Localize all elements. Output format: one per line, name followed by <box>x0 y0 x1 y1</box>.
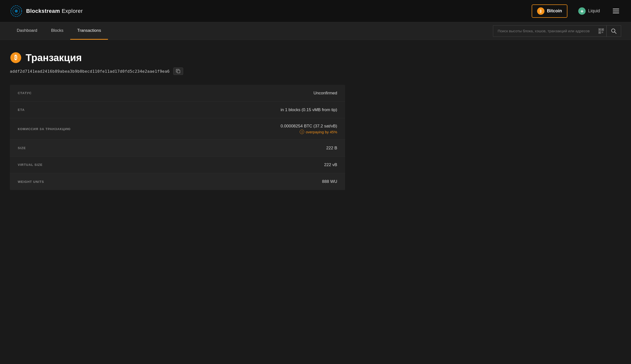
svg-rect-6 <box>602 29 603 30</box>
label-fee: КОМИССИЯ ЗА ТРАНЗАКЦИЮ <box>18 127 72 131</box>
svg-text:₿: ₿ <box>14 54 17 61</box>
label-status: СТАТУС <box>18 91 72 95</box>
blockstream-logo-icon <box>10 5 23 18</box>
main-content: ₿ Транзакция addf2d7141ead2416b89abea3b9… <box>0 40 355 200</box>
value-eta: in 1 blocks (0.15 vMB from tip) <box>280 108 337 112</box>
label-size: SIZE <box>18 146 72 150</box>
bitcoin-icon: ₿ <box>537 8 544 15</box>
value-status: Unconfirmed <box>314 91 337 96</box>
transaction-hash: addf2d7141ead2416b89abea3b9b0becd110fe11… <box>10 69 170 74</box>
search-area <box>493 26 621 37</box>
hamburger-line-1 <box>613 9 619 9</box>
value-size: 222 B <box>326 146 337 150</box>
table-row: SIZE 222 B <box>10 140 345 156</box>
label-weight-units: WEIGHT UNITS <box>18 180 72 184</box>
info-table: СТАТУС Unconfirmed ETA in 1 blocks (0.15… <box>10 85 345 190</box>
qr-scan-button[interactable] <box>598 28 604 34</box>
bitcoin-page-icon: ₿ <box>10 52 22 64</box>
bitcoin-label: Bitcoin <box>547 8 562 14</box>
svg-rect-13 <box>602 32 603 32</box>
table-row: КОМИССИЯ ЗА ТРАНЗАКЦИЮ 0.00008254 BTC (3… <box>10 118 345 140</box>
logo-area: Blockstream Explorer <box>10 5 83 18</box>
overpaying-notice: i overpaying by 45% <box>300 130 337 134</box>
search-input-wrap <box>493 26 606 37</box>
tab-transactions[interactable]: Transactions <box>70 22 108 40</box>
search-button[interactable] <box>606 26 621 37</box>
table-row: VIRTUAL SIZE 222 vB <box>10 156 345 173</box>
liquid-label: Liquid <box>588 8 600 14</box>
table-row: WEIGHT UNITS 888 WU <box>10 173 345 190</box>
page-title: Транзакция <box>26 52 82 63</box>
svg-point-2 <box>15 10 18 12</box>
qr-icon <box>598 28 604 34</box>
tab-blocks[interactable]: Blocks <box>44 22 70 40</box>
tx-hash-row: addf2d7141ead2416b89abea3b9b0becd110fe11… <box>10 68 345 75</box>
table-row: СТАТУС Unconfirmed <box>10 85 345 102</box>
value-fee-group: 0.00008254 BTC (37.2 sat/vB) i overpayin… <box>280 124 337 134</box>
sub-nav-links: Dashboard Blocks Transactions <box>10 22 108 40</box>
top-navigation: Blockstream Explorer ₿ Bitcoin ◈ Liquid <box>0 0 631 22</box>
svg-rect-10 <box>603 32 603 32</box>
label-eta: ETA <box>18 108 72 112</box>
svg-line-15 <box>615 32 616 34</box>
value-weight-units: 888 WU <box>322 179 337 184</box>
logo-text: Blockstream Explorer <box>26 8 83 14</box>
svg-rect-8 <box>599 32 600 33</box>
value-virtual-size: 222 vB <box>324 162 337 167</box>
info-icon: i <box>300 130 304 134</box>
hamburger-line-3 <box>613 12 619 13</box>
hamburger-line-2 <box>613 10 619 11</box>
label-virtual-size: VIRTUAL SIZE <box>18 163 72 166</box>
svg-rect-18 <box>177 70 180 73</box>
nav-right: ₿ Bitcoin ◈ Liquid <box>532 4 621 18</box>
sub-navigation: Dashboard Blocks Transactions <box>0 22 631 40</box>
page-header: ₿ Транзакция <box>10 52 345 64</box>
svg-rect-4 <box>599 29 600 30</box>
table-row: ETA in 1 blocks (0.15 vMB from tip) <box>10 102 345 118</box>
search-input[interactable] <box>493 26 606 37</box>
fee-amount: 0.00008254 BTC (37.2 sat/vB) <box>280 124 337 129</box>
copy-hash-button[interactable] <box>173 68 183 75</box>
menu-button[interactable] <box>611 7 621 15</box>
bitcoin-button[interactable]: ₿ Bitcoin <box>532 4 568 18</box>
tab-dashboard[interactable]: Dashboard <box>10 22 44 40</box>
liquid-button[interactable]: ◈ Liquid <box>573 5 605 17</box>
svg-rect-12 <box>603 32 603 33</box>
copy-icon <box>176 69 180 74</box>
search-icon <box>611 28 616 34</box>
svg-rect-9 <box>602 32 602 32</box>
svg-rect-11 <box>602 32 602 33</box>
liquid-icon: ◈ <box>578 8 586 15</box>
